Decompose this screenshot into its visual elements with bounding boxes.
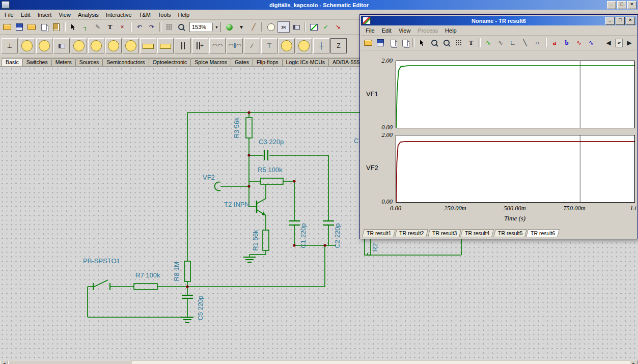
tab-switches[interactable]: Switches	[22, 58, 52, 66]
transistor-t2[interactable]	[257, 184, 266, 230]
lamp-icon[interactable]: ⊗	[296, 38, 312, 53]
open-button[interactable]	[363, 38, 374, 48]
zoom-100-button[interactable]	[441, 38, 452, 48]
scrollbar-thumb[interactable]	[8, 360, 131, 364]
curve-style-button[interactable]: ∿	[495, 38, 506, 48]
zoom-in-button[interactable]	[429, 38, 440, 48]
delete-tool-button[interactable]: ×	[117, 22, 128, 32]
redo-button[interactable]: ↷	[146, 22, 157, 32]
zoom-level-select[interactable]: 153% ▼	[189, 22, 221, 32]
scroll-left-button[interactable]: ◀	[0, 360, 8, 364]
save-button[interactable]	[14, 22, 25, 32]
chart-area[interactable]: 2.00 0.00 VF1 2.00 0.00 VF2 0.00 250.00m…	[361, 50, 636, 229]
export-button[interactable]	[399, 38, 410, 48]
ohmmeter-icon[interactable]: Ω	[105, 38, 122, 53]
tab-logic-ics-mcus[interactable]: Logic ICs-MCUs	[282, 58, 329, 66]
component-labels[interactable]: R3 56k C3 220p R5 100k VF2 T2 INPN R1 56…	[83, 117, 379, 321]
signal-probe-button[interactable]: ➘	[332, 22, 344, 32]
transformer-icon[interactable]: ◠‖◠	[227, 38, 243, 53]
wire-tool-button[interactable]: ┐	[80, 22, 91, 32]
ammeter-icon[interactable]: A	[88, 38, 104, 53]
tab-meters[interactable]: Meters	[51, 58, 76, 66]
axis-settings-button[interactable]: ∟	[507, 38, 518, 48]
prev-curve-button[interactable]: ◀	[603, 38, 614, 48]
tab-optoelectronic[interactable]: Optoelectronic	[149, 58, 191, 66]
interactive-mode-dropdown[interactable]: ▾	[236, 22, 247, 32]
menu-edit[interactable]: Edit	[17, 11, 34, 18]
grid-toggle-button[interactable]	[163, 22, 175, 32]
vf2-plot[interactable]	[396, 135, 635, 203]
import-button[interactable]	[26, 22, 37, 32]
menu-help[interactable]: Help	[175, 11, 193, 18]
inductor-icon[interactable]: ◠◠	[209, 38, 226, 53]
zoom-tool-button[interactable]	[176, 22, 187, 32]
close-button[interactable]: ×	[627, 1, 636, 9]
battery-check-button[interactable]	[291, 22, 302, 32]
ellipse-tool-button[interactable]: ○	[532, 38, 543, 48]
open-button[interactable]	[2, 22, 13, 32]
main-titlebar[interactable]: digitális_kapcsolo - Schematic Editor _ …	[0, 0, 638, 10]
text-tool-button[interactable]: T	[465, 38, 477, 48]
dc-analysis-button[interactable]	[265, 22, 276, 32]
vf1-curve-svg[interactable]	[396, 61, 634, 128]
battery-icon[interactable]	[53, 38, 70, 53]
probe-tool-button[interactable]: ╱	[248, 22, 259, 32]
digital-ic-button[interactable]: 1K	[278, 21, 290, 33]
maximize-button[interactable]: □	[617, 1, 626, 9]
tr-result-window[interactable]: Noname - TR result6 _ □ × File Edit View…	[359, 14, 638, 239]
tab-spice-macros[interactable]: Spice Macros	[190, 58, 231, 66]
curve-index-spinner[interactable]: ▴▾	[615, 39, 623, 47]
chevron-down-icon[interactable]: ▼	[212, 23, 220, 31]
checks-button[interactable]: ✓	[320, 22, 331, 32]
menu-edit[interactable]: Edit	[378, 27, 395, 34]
save-button[interactable]	[375, 38, 386, 48]
menu-view[interactable]: View	[395, 27, 414, 34]
marker-a-button[interactable]: a	[549, 38, 560, 48]
tab-semiconductors[interactable]: Semiconductors	[102, 58, 149, 66]
tab-tr-result3[interactable]: TR result3	[428, 229, 461, 237]
horizontal-scrollbar[interactable]: ◀ ▶	[0, 360, 638, 364]
tab-tr-result5[interactable]: TR result5	[493, 229, 527, 237]
tab-sources[interactable]: Sources	[75, 58, 103, 66]
copy-button[interactable]	[387, 38, 398, 48]
result-titlebar[interactable]: Noname - TR result6 _ □ ×	[361, 16, 636, 25]
menu-help[interactable]: Help	[441, 27, 460, 34]
capacitor-icon[interactable]	[175, 38, 191, 53]
minimize-button[interactable]: _	[607, 1, 616, 9]
potentiometer-icon[interactable]: ↗	[157, 38, 174, 53]
line-tool-button[interactable]: ╲	[519, 38, 531, 48]
switch-pb-spsto1[interactable]	[93, 280, 110, 290]
pen-tool-button[interactable]: ✎	[92, 22, 103, 32]
impedance-icon[interactable]: Z	[330, 38, 347, 53]
ground-icon[interactable]: ⊥	[2, 38, 18, 53]
vf1-plot[interactable]	[396, 61, 635, 128]
select-tool-button[interactable]	[68, 22, 79, 32]
menu-file[interactable]: File	[362, 27, 378, 34]
crossover-icon[interactable]: ┼	[313, 38, 329, 53]
grid-toggle-button[interactable]	[453, 38, 464, 48]
signal-generator-icon[interactable]: ∿	[279, 38, 295, 53]
curve-a-button[interactable]: ∿	[573, 38, 585, 48]
tab-tr-result1[interactable]: TR result1	[362, 229, 396, 237]
resistors[interactable]	[134, 118, 371, 290]
undo-button[interactable]: ↶	[134, 22, 145, 32]
probe-vf2[interactable]	[215, 182, 220, 191]
curve-edit-button[interactable]: ∿	[483, 38, 494, 48]
ground-symbols[interactable]	[181, 257, 256, 322]
wattmeter-icon[interactable]: W	[123, 38, 139, 53]
menu-process[interactable]: Process	[414, 27, 441, 34]
menu-file[interactable]: File	[1, 11, 17, 18]
pushbutton-icon[interactable]: ⊤	[261, 38, 278, 53]
minimize-button[interactable]: _	[605, 17, 615, 25]
analysis-window-button[interactable]	[308, 22, 319, 32]
menu-analysis[interactable]: Analysis	[74, 11, 102, 18]
maximize-button[interactable]: □	[616, 17, 625, 25]
menu-tm[interactable]: T&M	[135, 11, 154, 18]
tab-ad-da-555[interactable]: AD/DA-555	[328, 58, 364, 66]
paste-button[interactable]	[50, 22, 62, 32]
voltage-source-icon[interactable]: ⊕	[19, 38, 35, 53]
next-curve-button[interactable]: ▶	[624, 38, 635, 48]
switch-icon[interactable]: ∕	[244, 38, 260, 53]
tab-basic[interactable]: Basic	[2, 58, 23, 66]
menu-view[interactable]: View	[55, 11, 74, 18]
